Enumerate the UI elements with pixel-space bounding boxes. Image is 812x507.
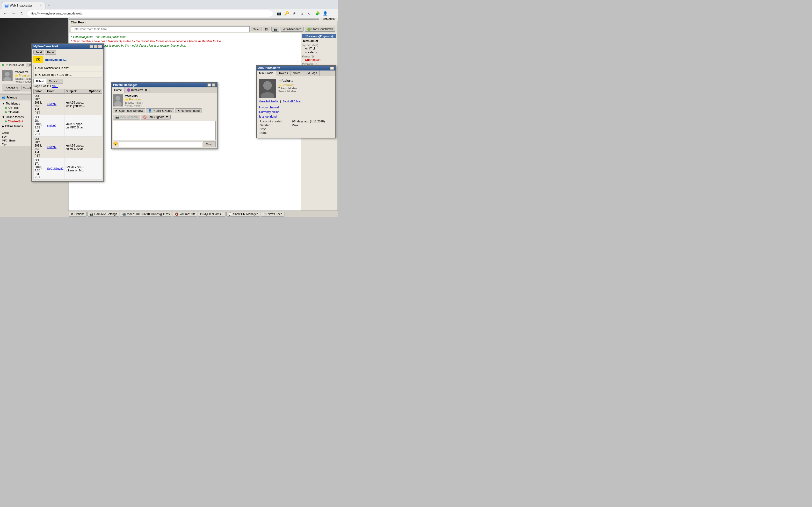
all-mail-tab[interactable]: All Mail	[33, 79, 46, 83]
mfc-share-tips-row: MFC Share Tips ≥ 100 Tok...	[33, 72, 102, 78]
mini-profile-tab[interactable]: Mini-Profile	[257, 70, 276, 76]
pm-close-button[interactable]: ✕	[212, 83, 215, 87]
menu-button[interactable]: ⋮	[329, 10, 337, 17]
mail-send-button[interactable]: Send	[33, 50, 44, 55]
volume-button[interactable]: 🔇 Volume: Off	[173, 212, 197, 217]
tab-favicon: W	[5, 4, 8, 7]
about-username: mfcalerts	[278, 79, 297, 82]
back-button[interactable]: ←	[2, 10, 9, 17]
icon-btn-2[interactable]: 📷	[271, 27, 279, 32]
reload-button[interactable]: ↻	[18, 10, 25, 17]
actions-button[interactable]: Actions ▼	[4, 86, 20, 91]
window-icon: 🗗	[115, 109, 118, 113]
pm-home-tab[interactable]: Home	[112, 88, 124, 93]
pm-tokens: Tokens: Hidden	[125, 101, 215, 104]
mail-titlebar[interactable]: MyFreeCams Mail _ □ ✕	[32, 44, 103, 49]
emoji-icon[interactable]: 😊	[113, 141, 118, 147]
window-controls: _ □ ✕	[89, 45, 102, 48]
volume-icon: 🔇	[175, 213, 179, 216]
pm-user-tab[interactable]: 🟣 mfcalerts ✕	[124, 88, 150, 93]
mail-from-0[interactable]: xmfc99	[46, 94, 64, 115]
countdown-button[interactable]: 🟢 Start Countdown	[305, 27, 335, 32]
extension-icon[interactable]: 🧩	[314, 10, 321, 17]
icon-btn-1[interactable]: 🖼	[263, 27, 270, 32]
news-label: News Feed	[268, 213, 283, 216]
pm-message-input[interactable]	[119, 141, 202, 147]
tab-close-button[interactable]: ✕	[39, 4, 43, 7]
options-button[interactable]: ⚙ Options	[69, 212, 87, 217]
whiteboard-icon: 🖊	[283, 27, 286, 31]
address-bar[interactable]: https://www.myfreecams.com/modelweb/	[27, 10, 273, 17]
chat-message-3: * Guests have been temporarily muted by …	[71, 44, 299, 47]
forward-button[interactable]: →	[10, 10, 17, 17]
host-name[interactable]: TestCam99	[302, 39, 336, 43]
show-pm-button[interactable]: 💬 Show PM Manager	[226, 212, 260, 217]
mail-minimize-button[interactable]: _	[89, 45, 93, 48]
remove-friend-button[interactable]: ✖ Remove friend	[175, 108, 202, 113]
myfreecams-button[interactable]: ✉ MyFreeCams...	[198, 212, 225, 217]
mail-options-1	[88, 115, 102, 137]
about-content: mfcalerts ⭐ Premium Tokens: Hidden Point…	[257, 76, 336, 137]
new-tab-button[interactable]: +	[45, 2, 52, 9]
save-topic-button[interactable]: Save	[251, 27, 261, 32]
account-created-label: Account created:	[260, 120, 291, 123]
active-tab[interactable]: W Web Broadcaster ✕	[2, 2, 45, 9]
about-points: Points: Hidden	[278, 90, 297, 93]
tokens-tab[interactable]: Tokens	[276, 70, 291, 76]
about-title: About mfcalerts	[258, 66, 280, 70]
star-icon[interactable]: ★	[291, 10, 298, 17]
mail-maximize-button[interactable]: □	[94, 45, 98, 48]
about-close-button[interactable]: ✕	[330, 66, 334, 70]
pm-restore-button[interactable]: 🗗	[207, 83, 211, 87]
notes-tab[interactable]: Notes	[291, 70, 303, 76]
news-feed-button[interactable]: 📰 News Feed	[261, 212, 285, 217]
ban-icon: 🚫	[143, 115, 147, 119]
cast-icon[interactable]: 📷	[275, 10, 282, 17]
mail-from-1[interactable]: xmfc99	[46, 115, 64, 137]
mail-title: MyFreeCams Mail	[33, 45, 58, 48]
video-status-button[interactable]: 📹 Video: HD 596/1000Kbps@11fps	[120, 212, 172, 217]
info-icon[interactable]: ℹ	[299, 10, 305, 17]
mail-from-3[interactable]: SoCalGuy82	[46, 158, 64, 180]
ban-ignore-button[interactable]: 🚫 Ban & Ignore ▼	[141, 115, 170, 119]
mail-from-2[interactable]: xmfc99	[46, 137, 64, 158]
mail-close-button[interactable]: ✕	[98, 45, 102, 48]
mail-content: Send Reset ✉ Received Mes... E-Mail Noti…	[32, 49, 103, 181]
mail-reset-button[interactable]: Reset	[45, 50, 56, 55]
state-row: State:	[260, 131, 333, 135]
shield-icon[interactable]: 🛡	[306, 10, 313, 17]
about-premium-badge: ⭐ Premium	[278, 83, 297, 87]
whiteboard-button[interactable]: 🖊 Whiteboard	[281, 27, 303, 32]
key-icon[interactable]: 🔑	[283, 10, 290, 17]
date-col-header: Date:	[34, 89, 46, 94]
options-label: Options	[74, 213, 84, 216]
mail-row-1: Oct 28th 2018, 3:33 AM PST xmfc99 xmfc99…	[34, 115, 102, 137]
pm-badge-text: Premium	[129, 98, 141, 101]
show-link[interactable]: Sh...	[52, 84, 58, 88]
about-titlebar[interactable]: About mfcalerts ✕	[257, 66, 336, 70]
profile-notes-button[interactable]: 👤 Profile & Notes	[146, 108, 174, 113]
svg-point-10	[114, 101, 121, 107]
chat-message-1: * You have joined TestCam99's public cha…	[71, 35, 299, 39]
subject-col-header: Subject:	[64, 89, 88, 94]
pm-user-row: mfcalerts ⭐ Premium Tokens: Hidden Point…	[113, 95, 215, 107]
mail-subject-2: xmfc99 tippe... on MFC Shar...	[64, 137, 88, 158]
page-text: Page 1 of 1:	[33, 84, 49, 88]
view-full-profile-link[interactable]: View Full Profile	[259, 100, 278, 103]
topic-input[interactable]	[71, 26, 250, 32]
pm-logs-tab[interactable]: PM Logs	[303, 70, 319, 76]
viewer-antitroll[interactable]: AntiTroll	[302, 47, 336, 50]
member-tab[interactable]: Member...	[47, 79, 63, 83]
cam-settings-button[interactable]: 📷 Cam/Mic Settings	[88, 212, 119, 217]
open-new-window-button[interactable]: 🗗 Open new window	[113, 108, 145, 113]
gender-row: Gender: Male	[260, 124, 333, 127]
view-webcam-button[interactable]: 📷 View webcam	[113, 115, 140, 119]
pm-titlebar[interactable]: Private Messages 🗗 ✕	[112, 82, 217, 88]
viewer-mfcalerts[interactable]: mfcalerts	[302, 50, 336, 54]
send-mfc-mail-link[interactable]: Send MFC Mail	[283, 100, 301, 103]
pm-tab-close[interactable]: ✕	[145, 89, 147, 92]
profile-icon[interactable]: 👤	[322, 10, 329, 17]
viewer-charlesbot[interactable]: CharlesBot	[302, 58, 336, 62]
friends-icon: 👥	[2, 96, 6, 99]
pm-send-button[interactable]: Send	[203, 141, 215, 147]
